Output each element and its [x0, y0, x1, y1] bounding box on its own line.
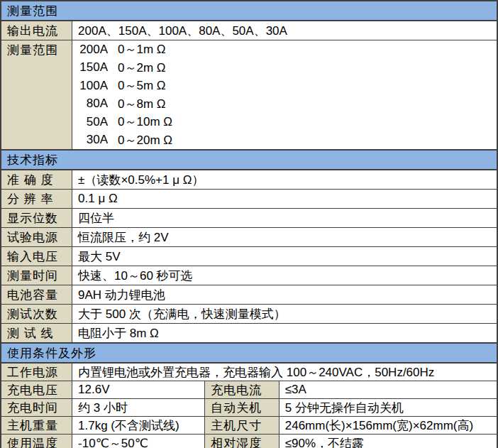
row-value: 最大 5V [72, 247, 497, 266]
range-value: 0～1m Ω [118, 41, 166, 58]
range-line: 50A 0～10m Ω [78, 113, 497, 131]
range-current: 80A [78, 97, 108, 111]
section-header: 技术指标 [1, 150, 497, 170]
row-label: 显示位数 [1, 209, 72, 228]
table-row: 测量时间 快速、10～60 秒可选 [1, 266, 497, 285]
section-header: 使用条件及外形 [1, 343, 497, 363]
row-label: 测量范围 [1, 40, 72, 151]
row-label: 主机重量 [1, 417, 72, 435]
table-row: 充电时间 约 3 小时 自动关机 5 分钟无操作自动关机 [1, 399, 497, 417]
table-row: 充电电压 12.6V 充电电流 ≤3A [1, 381, 497, 399]
row-label: 充电电流 [205, 381, 280, 399]
table-row: 试验电源 恒流限压，约 2V [1, 228, 497, 247]
range-current: 150A [78, 60, 108, 75]
range-line: 200A 0～1m Ω [78, 40, 497, 59]
range-line: 150A 0～2m Ω [78, 59, 497, 77]
row-value: ≤3A [279, 381, 497, 399]
table-row: 显示位数 四位半 [1, 209, 497, 228]
table-row: 测量范围 200A 0～1m Ω 150A 0～2m Ω 100A 0～5m Ω [1, 40, 497, 151]
range-current: 50A [78, 115, 108, 129]
row-value: 约 3 小时 [72, 399, 205, 417]
table-row: 准 确 度 ±（读数×0.5%+1 μ Ω） [1, 170, 497, 190]
table-row: 输出电流 200A、150A、100A、80A、50A、30A [1, 21, 497, 40]
row-label: 电池容量 [1, 285, 72, 305]
row-value: 200A、150A、100A、80A、50A、30A [72, 21, 497, 40]
table-row: 工作电源 内置锂电池或外置充电器，充电器输入 100～240VAC，50Hz/6… [1, 363, 497, 381]
row-label: 输出电流 [1, 21, 72, 40]
table-row: 分 辨 率 0.1 μ Ω [1, 190, 497, 209]
row-label: 输入电压 [1, 247, 72, 266]
row-value: 1.7kg (不含测试线) [72, 417, 205, 435]
row-value: 大于 500 次（充满电，快速测量模式） [72, 305, 497, 324]
range-current: 30A [78, 133, 108, 147]
row-label: 使用温度 [1, 435, 72, 448]
range-value: 0～5m Ω [118, 77, 166, 94]
row-value: 四位半 [72, 209, 497, 228]
range-line: 100A 0～5m Ω [78, 77, 497, 95]
row-value: 电阻小于 8m Ω [72, 324, 497, 344]
row-value: ≤90%，不结露 [279, 435, 497, 448]
range-value: 0～20m Ω [118, 132, 172, 148]
range-current: 200A [78, 43, 108, 57]
measure-range-cell: 200A 0～1m Ω 150A 0～2m Ω 100A 0～5m Ω 80A … [72, 40, 497, 151]
range-value: 0～8m Ω [118, 96, 166, 112]
row-value: 12.6V [72, 381, 205, 399]
row-value: 246mm(长)×156mm(宽)×62mm(高) [279, 417, 497, 435]
table-row: 测 试 线 电阻小于 8m Ω [1, 324, 497, 344]
spec-table: 测量范围 输出电流 200A、150A、100A、80A、50A、30A 测量范… [0, 0, 498, 448]
row-value: 内置锂电池或外置充电器，充电器输入 100～240VAC，50Hz/60Hz [72, 363, 497, 381]
row-value: 恒流限压，约 2V [72, 228, 497, 247]
row-label: 试验电源 [1, 228, 72, 247]
row-value: 9AH 动力锂电池 [72, 285, 497, 305]
row-label: 工作电源 [1, 363, 72, 381]
range-value: 0～10m Ω [118, 114, 172, 130]
row-label: 充电电压 [1, 381, 72, 399]
table-row: 输入电压 最大 5V [1, 247, 497, 266]
row-label: 相对湿度 [205, 435, 280, 448]
row-label: 分 辨 率 [1, 190, 72, 209]
section-row-measure-range: 测量范围 [1, 1, 497, 21]
range-line: 80A 0～8m Ω [78, 95, 497, 114]
row-value: 快速、10～60 秒可选 [72, 266, 497, 285]
row-label: 准 确 度 [1, 170, 72, 190]
spec-sheet: 测量范围 输出电流 200A、150A、100A、80A、50A、30A 测量范… [0, 0, 498, 448]
section-row-conditions: 使用条件及外形 [1, 343, 497, 363]
table-row: 主机重量 1.7kg (不含测试线) 主机尺寸 246mm(长)×156mm(宽… [1, 417, 497, 435]
row-label: 自动关机 [205, 399, 280, 417]
row-value: 0.1 μ Ω [72, 190, 497, 209]
range-line: 30A 0～20m Ω [78, 131, 497, 150]
section-row-tech-specs: 技术指标 [1, 150, 497, 170]
row-value: -10℃～50℃ [72, 435, 205, 448]
row-label: 测 试 线 [1, 324, 72, 344]
table-row: 使用温度 -10℃～50℃ 相对湿度 ≤90%，不结露 [1, 435, 497, 448]
table-row: 电池容量 9AH 动力锂电池 [1, 285, 497, 305]
row-label: 测试次数 [1, 305, 72, 324]
row-label: 测量时间 [1, 266, 72, 285]
row-value: 5 分钟无操作自动关机 [279, 399, 497, 417]
table-row: 测试次数 大于 500 次（充满电，快速测量模式） [1, 305, 497, 324]
section-header: 测量范围 [1, 1, 497, 21]
range-current: 100A [78, 79, 108, 93]
row-value: ±（读数×0.5%+1 μ Ω） [72, 170, 497, 190]
row-label: 主机尺寸 [205, 417, 280, 435]
row-label: 充电时间 [1, 399, 72, 417]
range-value: 0～2m Ω [118, 60, 166, 76]
